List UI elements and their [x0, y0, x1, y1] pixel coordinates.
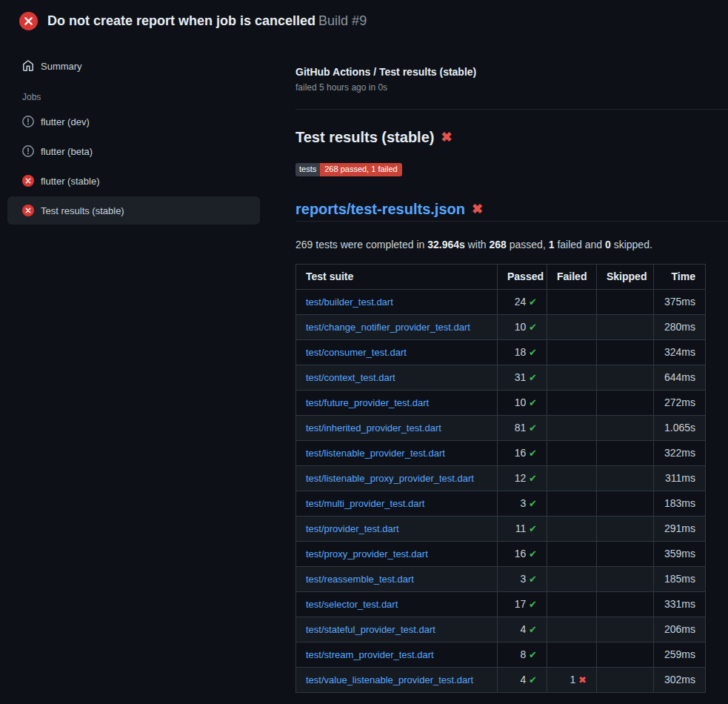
sidebar-item-flutter-dev[interactable]: flutter (dev): [7, 107, 260, 136]
col-header-skipped: Skipped: [597, 265, 654, 290]
check-icon: ✔: [529, 322, 537, 333]
job-label: Test results (stable): [41, 205, 124, 216]
count: 3: [520, 573, 529, 585]
suite-link[interactable]: test/multi_provider_test.dart: [306, 498, 424, 509]
passed-cell: 12 ✔: [498, 466, 547, 491]
stop-icon: [22, 116, 34, 127]
suite-link[interactable]: test/change_notifier_provider_test.dart: [306, 322, 470, 333]
failed-cell: [547, 340, 597, 365]
passed-cell: 24 ✔: [498, 290, 547, 315]
report-file-link[interactable]: reports/test-results.json: [295, 199, 465, 219]
suite-link[interactable]: test/future_provider_test.dart: [306, 397, 429, 408]
failed-cell: [547, 391, 597, 416]
skipped-cell: [597, 441, 654, 466]
count: 12: [515, 472, 529, 484]
sidebar-item-flutter-beta[interactable]: flutter (beta): [7, 137, 260, 165]
time-cell: 644ms: [654, 365, 706, 391]
suite-link[interactable]: test/selector_test.dart: [306, 599, 398, 610]
suite-link[interactable]: test/consumer_test.dart: [306, 347, 407, 358]
skipped-cell: [597, 592, 654, 617]
summary-part: failed and: [555, 239, 606, 250]
count: 4: [520, 623, 529, 635]
table-row: test/consumer_test.dart18 ✔324ms: [296, 340, 706, 365]
failed-cell: [547, 617, 597, 642]
check-icon: ✔: [529, 548, 537, 559]
badge-value: 268 passed, 1 failed: [320, 163, 401, 176]
summary-part: with: [465, 239, 490, 250]
check-icon: ✔: [529, 649, 537, 660]
passed-cell: 31 ✔: [498, 365, 547, 391]
tests-summary-line: 269 tests were completed in 32.964s with…: [295, 239, 728, 250]
cross-mark-icon: ✖: [472, 202, 483, 216]
suite-link[interactable]: test/provider_test.dart: [306, 523, 399, 534]
table-row: test/listenable_proxy_provider_test.dart…: [296, 466, 706, 491]
count: 3: [520, 497, 529, 509]
suite-cell: test/future_provider_test.dart: [296, 391, 498, 416]
passed-cell: 3 ✔: [498, 491, 547, 517]
suite-link[interactable]: test/listenable_provider_test.dart: [306, 448, 445, 459]
table-row: test/stateful_provider_test.dart4 ✔206ms: [296, 617, 706, 642]
suite-link[interactable]: test/listenable_proxy_provider_test.dart: [306, 473, 474, 484]
summary-part: 269 tests were completed in: [295, 239, 427, 250]
col-header-failed: Failed: [547, 265, 597, 290]
passed-cell: 10 ✔: [498, 315, 547, 340]
cross-mark-icon: ✖: [441, 130, 452, 144]
check-icon: ✔: [529, 422, 537, 434]
time-cell: 322ms: [654, 441, 706, 466]
suite-cell: test/listenable_provider_test.dart: [296, 441, 498, 466]
section-title-text: Test results (stable): [295, 127, 434, 147]
suite-link[interactable]: test/context_test.dart: [306, 372, 395, 383]
summary-label: Summary: [41, 61, 82, 72]
time-cell: 280ms: [654, 315, 706, 340]
test-results-tbody: test/builder_test.dart24 ✔375mstest/chan…: [296, 290, 706, 693]
failed-cell: [547, 365, 597, 391]
summary-skipped-count: 0: [605, 239, 611, 250]
suite-cell: test/context_test.dart: [296, 365, 498, 391]
failed-cell: [547, 416, 597, 441]
suite-link[interactable]: test/reassemble_test.dart: [306, 574, 414, 585]
suite-cell: test/value_listenable_provider_test.dart: [296, 668, 498, 693]
suite-link[interactable]: test/builder_test.dart: [306, 296, 393, 308]
failed-cell: [547, 567, 597, 592]
suite-cell: test/stream_provider_test.dart: [296, 642, 498, 668]
table-row: test/stream_provider_test.dart8 ✔259ms: [296, 642, 706, 668]
summary-failed-count: 1: [549, 239, 555, 250]
sidebar-item-flutter-stable[interactable]: flutter (stable): [7, 167, 260, 195]
suite-link[interactable]: test/stream_provider_test.dart: [306, 649, 434, 660]
suite-link[interactable]: test/stateful_provider_test.dart: [306, 624, 435, 635]
failed-cell: [547, 542, 597, 567]
skipped-cell: [597, 416, 654, 441]
skipped-cell: [597, 391, 654, 416]
passed-cell: 17 ✔: [498, 592, 547, 617]
failed-cell: [547, 491, 597, 517]
passed-cell: 4 ✔: [498, 668, 547, 693]
run-title: Do not create report when job is cancell…: [47, 11, 367, 30]
table-row: test/builder_test.dart24 ✔375ms: [296, 290, 706, 315]
count: 8: [520, 648, 529, 660]
stop-icon: [22, 145, 34, 157]
suite-link[interactable]: test/inherited_provider_test.dart: [306, 422, 441, 434]
suite-cell: test/inherited_provider_test.dart: [296, 416, 498, 441]
skipped-cell: [597, 567, 654, 592]
sidebar-item-test-results-stable[interactable]: Test results (stable): [7, 196, 260, 225]
suite-link[interactable]: test/proxy_provider_test.dart: [306, 548, 428, 559]
count: 16: [515, 447, 529, 459]
build-number: Build #9: [318, 13, 367, 28]
col-header-passed: Passed: [498, 265, 547, 290]
sidebar-item-summary[interactable]: Summary: [7, 53, 260, 79]
time-cell: 359ms: [654, 542, 706, 567]
failed-cell: [547, 315, 597, 340]
passed-cell: 18 ✔: [498, 340, 547, 365]
github-checks-page: Do not create report when job is cancell…: [0, 0, 728, 693]
summary-duration: 32.964s: [427, 239, 465, 250]
check-icon: ✔: [529, 473, 537, 484]
count: 10: [515, 321, 529, 333]
suite-link[interactable]: test/value_listenable_provider_test.dart: [306, 674, 473, 685]
passed-cell: 4 ✔: [498, 617, 547, 642]
table-header-row: Test suite Passed Failed Skipped Time: [296, 265, 706, 290]
table-row: test/listenable_provider_test.dart16 ✔32…: [296, 441, 706, 466]
table-row: test/inherited_provider_test.dart81 ✔1.0…: [296, 416, 706, 441]
col-header-test-suite: Test suite: [296, 265, 498, 290]
breadcrumb: GitHub Actions / Test results (stable): [295, 66, 728, 78]
x-circle-icon: [19, 12, 38, 30]
